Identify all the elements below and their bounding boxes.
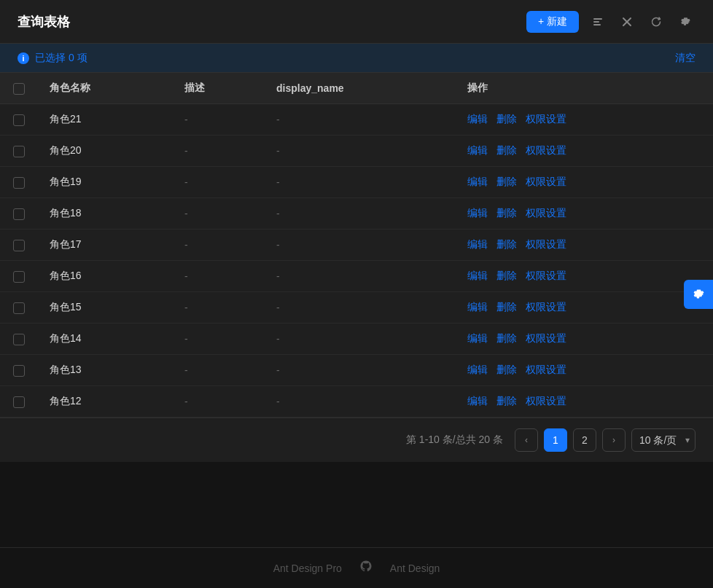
row-name: 角色15	[38, 292, 173, 324]
select-all-checkbox[interactable]	[13, 83, 25, 95]
permissions-button[interactable]: 权限设置	[526, 270, 566, 283]
edit-button[interactable]: 编辑	[467, 207, 488, 220]
row-display-name: -	[265, 261, 456, 292]
settings-icon-button[interactable]	[675, 13, 696, 31]
table-row: 角色16 - - 编辑 删除 权限设置	[0, 261, 713, 292]
delete-button[interactable]: 删除	[496, 364, 517, 377]
row-name: 角色16	[38, 261, 173, 292]
edit-button[interactable]: 编辑	[467, 395, 488, 408]
permissions-button[interactable]: 权限设置	[526, 176, 566, 189]
permissions-button[interactable]: 权限设置	[526, 364, 566, 377]
next-page-button[interactable]: ›	[602, 428, 626, 452]
row-desc: -	[173, 261, 265, 292]
edit-button[interactable]: 编辑	[467, 176, 488, 189]
action-buttons: 编辑 删除 权限设置	[467, 207, 701, 220]
action-buttons: 编辑 删除 权限设置	[467, 270, 701, 283]
delete-button[interactable]: 删除	[496, 207, 517, 220]
permissions-button[interactable]: 权限设置	[526, 207, 566, 220]
svg-rect-0	[593, 18, 602, 20]
table-row: 角色18 - - 编辑 删除 权限设置	[0, 198, 713, 230]
row-checkbox[interactable]	[13, 302, 25, 314]
row-checkbox-cell	[0, 386, 38, 418]
footer-ant-design-link[interactable]: Ant Design	[390, 562, 440, 574]
github-svg	[359, 560, 373, 573]
delete-button[interactable]: 删除	[496, 395, 517, 408]
col-checkbox	[0, 73, 38, 104]
edit-button[interactable]: 编辑	[467, 301, 488, 314]
row-checkbox[interactable]	[13, 334, 25, 345]
row-name: 角色18	[38, 198, 173, 230]
create-button[interactable]: + 新建	[526, 11, 579, 33]
close-icon-button[interactable]	[617, 13, 637, 31]
table-row: 角色20 - - 编辑 删除 权限设置	[0, 136, 713, 167]
row-actions: 编辑 删除 权限设置	[456, 104, 713, 136]
settings-icon	[679, 16, 691, 28]
clear-selection-button[interactable]: 清空	[675, 52, 696, 65]
action-buttons: 编辑 删除 权限设置	[467, 144, 701, 157]
github-icon[interactable]	[359, 560, 373, 576]
action-buttons: 编辑 删除 权限设置	[467, 113, 701, 126]
prev-page-button[interactable]: ‹	[515, 428, 538, 452]
edit-button[interactable]: 编辑	[467, 144, 488, 157]
action-buttons: 编辑 删除 权限设置	[467, 176, 701, 189]
table-row: 角色13 - - 编辑 删除 权限设置	[0, 355, 713, 386]
row-name: 角色12	[38, 386, 173, 418]
row-desc: -	[173, 167, 265, 198]
refresh-icon	[650, 16, 662, 28]
delete-button[interactable]: 删除	[496, 113, 517, 126]
row-checkbox-cell	[0, 104, 38, 136]
delete-button[interactable]: 删除	[496, 270, 517, 283]
refresh-icon-button[interactable]	[646, 13, 666, 31]
page-size-select[interactable]: 10 条/页 20 条/页 50 条/页	[631, 428, 696, 452]
permissions-button[interactable]: 权限设置	[526, 238, 566, 251]
row-name: 角色19	[38, 167, 173, 198]
row-checkbox[interactable]	[13, 177, 25, 189]
col-desc: 描述	[173, 73, 265, 104]
permissions-button[interactable]: 权限设置	[526, 395, 566, 408]
settings-fab-button[interactable]	[684, 280, 713, 309]
pagination-info: 第 1-10 条/总共 20 条	[406, 434, 503, 447]
row-name: 角色17	[38, 230, 173, 261]
row-display-name: -	[265, 324, 456, 355]
permissions-button[interactable]: 权限设置	[526, 301, 566, 314]
permissions-button[interactable]: 权限设置	[526, 144, 566, 157]
row-checkbox[interactable]	[13, 365, 25, 377]
table-container: 角色名称 描述 display_name 操作 角色21 - -	[0, 73, 713, 418]
row-checkbox-cell	[0, 292, 38, 324]
footer-ant-design-pro-link[interactable]: Ant Design Pro	[273, 562, 342, 574]
footer: Ant Design Pro Ant Design	[0, 547, 713, 588]
row-actions: 编辑 删除 权限设置	[456, 324, 713, 355]
delete-button[interactable]: 删除	[496, 301, 517, 314]
pagination: 第 1-10 条/总共 20 条 ‹ 1 2 › 10 条/页 20 条/页 5…	[0, 418, 713, 462]
permissions-button[interactable]: 权限设置	[526, 113, 566, 126]
selection-bar: i 已选择 0 项 清空	[0, 44, 713, 73]
row-checkbox[interactable]	[13, 396, 25, 408]
edit-button[interactable]: 编辑	[467, 113, 488, 126]
page-1-button[interactable]: 1	[544, 428, 567, 452]
permissions-button[interactable]: 权限设置	[526, 332, 566, 345]
col-name: 角色名称	[38, 73, 173, 104]
page-title: 查询表格	[17, 13, 70, 31]
format-icon-button[interactable]	[588, 13, 608, 31]
edit-button[interactable]: 编辑	[467, 238, 488, 251]
page-2-button[interactable]: 2	[573, 428, 596, 452]
delete-button[interactable]: 删除	[496, 238, 517, 251]
edit-button[interactable]: 编辑	[467, 270, 488, 283]
action-buttons: 编辑 删除 权限设置	[467, 395, 701, 408]
row-checkbox-cell	[0, 167, 38, 198]
edit-button[interactable]: 编辑	[467, 332, 488, 345]
row-actions: 编辑 删除 权限设置	[456, 292, 713, 324]
row-checkbox[interactable]	[13, 271, 25, 283]
delete-button[interactable]: 删除	[496, 144, 517, 157]
row-actions: 编辑 删除 权限设置	[456, 167, 713, 198]
delete-button[interactable]: 删除	[496, 176, 517, 189]
delete-button[interactable]: 删除	[496, 332, 517, 345]
row-checkbox[interactable]	[13, 208, 25, 220]
row-checkbox[interactable]	[13, 146, 25, 157]
row-display-name: -	[265, 167, 456, 198]
edit-button[interactable]: 编辑	[467, 364, 488, 377]
info-icon: i	[17, 52, 29, 64]
table-header-row: 角色名称 描述 display_name 操作	[0, 73, 713, 104]
row-checkbox[interactable]	[13, 114, 25, 126]
row-checkbox[interactable]	[13, 240, 25, 251]
